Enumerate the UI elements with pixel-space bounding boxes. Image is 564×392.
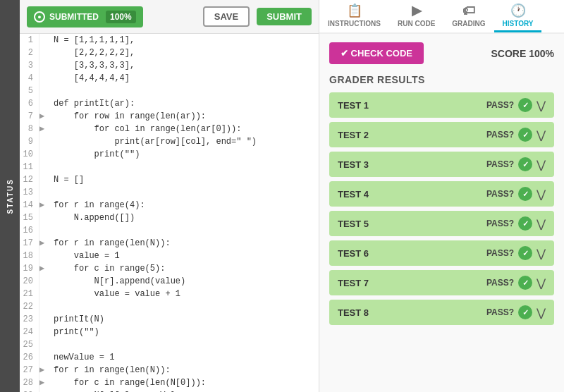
pass-label-5: PASS? [486,219,514,228]
code-line: 24 print("") [20,326,319,338]
line-content: for r in range(len(N)): [48,364,171,376]
line-content: for row in range(len(ar)): [48,110,206,123]
line-arrow: ▶ [39,110,48,123]
pass-label-1: PASS? [486,100,514,110]
line-number: 28 [20,376,39,389]
test-name-8: TEST 8 [338,307,369,318]
expand-chevron-6[interactable]: ⋁ [537,247,546,260]
line-content: for c in range(5): [48,262,165,275]
code-line: 17▶for r in range(len(N)): [20,237,319,250]
line-number: 26 [20,351,39,364]
line-content: value = value + 1 [48,288,180,300]
line-number: 15 [20,212,39,224]
test-right-3: PASS?✓⋁ [486,157,546,171]
line-number: 4 [20,72,39,85]
line-number: 20 [20,275,39,288]
test-row-8: TEST 8PASS?✓⋁ [329,300,554,325]
line-content: N[r].append(value) [48,275,185,288]
line-number: 21 [20,288,39,300]
line-content: N.append([]) [48,212,135,224]
code-line: 19▶ for c in range(5): [20,262,319,275]
tab-grading[interactable]: 🏷GRADING [443,0,494,32]
line-content: [2,2,2,2,2], [48,47,135,59]
line-arrow: ▶ [39,364,48,376]
check-code-button[interactable]: ✔ CHECK CODE [329,42,424,64]
grader-results-label: GRADER RESULTS [329,74,554,85]
submit-button[interactable]: SUBMIT [257,8,312,25]
code-line: 2 [2,2,2,2,2], [20,47,319,59]
tab-label-grading: GRADING [452,20,485,27]
expand-chevron-5[interactable]: ⋁ [537,217,546,231]
line-number: 3 [20,59,39,72]
left-panel: ● SUBMITTED 100% SAVE SUBMIT 1 N = [1,1,… [20,0,319,392]
test-right-5: PASS?✓⋁ [486,216,546,231]
line-number: 22 [20,300,39,313]
test-row-6: TEST 6PASS?✓⋁ [329,240,554,266]
expand-chevron-1[interactable]: ⋁ [537,99,546,112]
line-arrow: ▶ [39,123,48,135]
line-arrow: ▶ [39,199,48,212]
test-name-2: TEST 2 [338,130,369,140]
status-bar: STATUS [0,0,20,392]
test-right-1: PASS?✓⋁ [486,98,546,112]
line-content: value = 1 [48,250,120,262]
pass-label-3: PASS? [486,159,514,169]
tab-run-code[interactable]: ▶RUN CODE [389,0,443,32]
expand-chevron-7[interactable]: ⋁ [537,276,546,290]
expand-chevron-3[interactable]: ⋁ [537,158,546,171]
line-number: 8 [20,123,39,135]
score-display: SCORE 100% [491,48,555,59]
code-line: 12 N = [] [20,173,319,186]
check-code-bar: ✔ CHECK CODE SCORE 100% [329,42,554,64]
test-right-2: PASS?✓⋁ [486,128,546,142]
line-number: 10 [20,148,39,161]
test-right-4: PASS?✓⋁ [486,187,546,201]
submitted-percent: 100% [106,11,136,23]
line-number: 19 [20,262,39,275]
line-arrow: ▶ [39,376,48,389]
test-name-1: TEST 1 [338,100,369,111]
test-row-4: TEST 4PASS?✓⋁ [329,181,554,207]
line-number: 16 [20,224,39,237]
pass-check-5: ✓ [518,216,532,231]
line-number: 18 [20,250,39,262]
tab-history[interactable]: 🕐HISTORY [494,0,542,32]
code-line: 4 [4,4,4,4,4] [20,72,319,85]
pass-check-8: ✓ [518,305,532,319]
code-area[interactable]: 1 N = [1,1,1,1,1],2 [2,2,2,2,2],3 [3,3,3… [20,34,319,392]
code-line: 15 N.append([]) [20,212,319,224]
line-content: for r in range(len(N)): [48,237,171,250]
line-number: 23 [20,313,39,326]
line-number: 13 [20,186,39,199]
line-content: def printIt(ar): [48,97,135,110]
code-line: 25 [20,338,319,351]
code-line: 5 [20,85,319,97]
expand-chevron-2[interactable]: ⋁ [537,128,546,142]
tab-instructions[interactable]: 📋INSTRUCTIONS [319,0,389,32]
line-number: 2 [20,47,39,59]
line-content: [4,4,4,4,4] [48,72,130,85]
test-row-2: TEST 2PASS?✓⋁ [329,122,554,147]
line-number: 5 [20,85,39,97]
right-panel: 📋INSTRUCTIONS▶RUN CODE🏷GRADING🕐HISTORY ✔… [319,0,564,392]
code-line: 20 N[r].append(value) [20,275,319,288]
code-line: 27▶for r in range(len(N)): [20,364,319,376]
code-line: 22 [20,300,319,313]
code-line: 8▶ for col in range(len(ar[0])): [20,123,319,135]
line-number: 29 [20,389,39,392]
code-line: 21 value = value + 1 [20,288,319,300]
expand-chevron-8[interactable]: ⋁ [537,306,546,319]
code-line: 9 print(ar[row][col], end=" ") [20,135,319,148]
expand-chevron-4[interactable]: ⋁ [537,188,546,201]
line-number: 12 [20,173,39,186]
pass-check-4: ✓ [518,187,532,201]
history-icon: 🕐 [510,3,526,18]
code-line: 3 [3,3,3,3,3], [20,59,319,72]
pass-check-6: ✓ [518,246,532,260]
code-line: 26 newValue = 1 [20,351,319,364]
grading-icon: 🏷 [462,4,475,18]
save-button[interactable]: SAVE [203,6,250,27]
line-content: print("") [48,148,140,161]
pass-label-2: PASS? [486,130,514,140]
line-content: printIt(N) [48,313,104,326]
